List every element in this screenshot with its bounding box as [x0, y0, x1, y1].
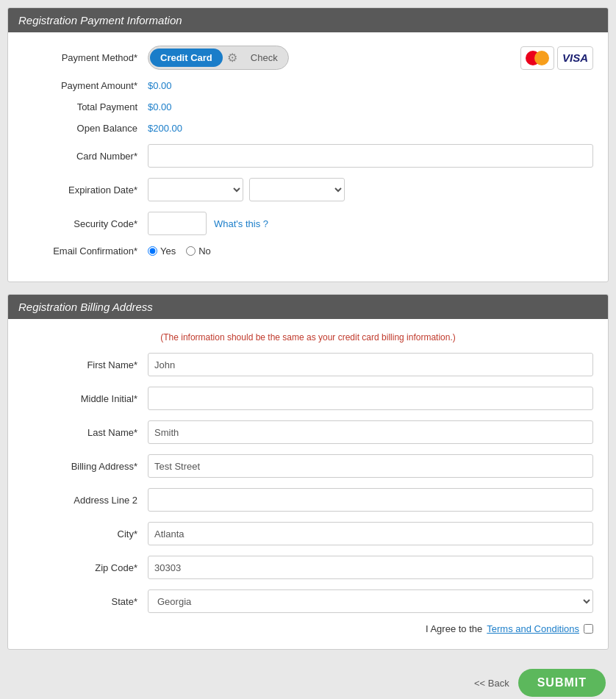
first-name-label: First Name* [23, 359, 148, 370]
payment-amount-value: $0.00 [148, 80, 172, 91]
gear-icon: ⚙ [223, 48, 242, 68]
footer-row: << Back SUBMIT [7, 662, 609, 699]
security-code-input[interactable] [148, 212, 207, 235]
first-name-input[interactable] [148, 353, 593, 376]
state-select[interactable]: Alabama Alaska Arizona Arkansas Californ… [148, 589, 593, 613]
terms-text: I Agree to the [426, 623, 482, 634]
card-number-row: Card Number* [23, 144, 593, 168]
payment-amount-label: Payment Amount* [23, 80, 148, 91]
state-control: Alabama Alaska Arizona Arkansas Californ… [148, 589, 593, 613]
open-balance-control: $200.00 [148, 123, 593, 134]
payment-method-label: Payment Method* [23, 52, 148, 63]
billing-address-input[interactable] [148, 454, 593, 478]
middle-initial-row: Middle Initial* [23, 387, 593, 410]
card-number-input[interactable] [148, 144, 593, 168]
city-control [148, 522, 593, 545]
expiry-year-select[interactable]: 2024 2025 2026 2027 2028 2029 2030 [249, 178, 345, 201]
middle-initial-control [148, 387, 593, 410]
payment-method-control: Credit Card ⚙ Check VISA [148, 46, 593, 70]
email-no-label[interactable]: No [186, 245, 211, 257]
terms-checkbox[interactable] [584, 624, 593, 634]
expiry-control: 01 02 03 04 05 06 07 08 09 10 11 12 [148, 178, 593, 201]
card-logos: VISA [520, 46, 593, 70]
expiry-month-select[interactable]: 01 02 03 04 05 06 07 08 09 10 11 12 [148, 178, 243, 201]
state-row: State* Alabama Alaska Arizona Arkansas C… [23, 589, 593, 613]
check-button[interactable]: Check [242, 49, 287, 67]
expiry-selects: 01 02 03 04 05 06 07 08 09 10 11 12 [148, 178, 593, 201]
state-label: State* [23, 596, 148, 607]
payment-section-header: Registration Payment Information [8, 8, 608, 32]
payment-amount-row: Payment Amount* $0.00 [23, 80, 593, 91]
payment-section: Registration Payment Information Payment… [7, 7, 609, 282]
billing-section-body: (The information should be the same as y… [8, 319, 608, 649]
first-name-row: First Name* [23, 353, 593, 376]
open-balance-value: $200.00 [148, 123, 182, 134]
billing-section-header: Registration Billing Address [8, 295, 608, 319]
total-payment-value: $0.00 [148, 101, 172, 112]
terms-link[interactable]: Terms and Conditions [487, 623, 579, 634]
last-name-input[interactable] [148, 420, 593, 444]
billing-address-row: Billing Address* [23, 454, 593, 478]
city-label: City* [23, 528, 148, 540]
email-confirmation-control: Yes No [148, 245, 593, 257]
payment-amount-control: $0.00 [148, 80, 593, 91]
total-payment-label: Total Payment [23, 101, 148, 112]
submit-button[interactable]: SUBMIT [518, 669, 606, 697]
billing-section-title: Registration Billing Address [18, 301, 153, 313]
city-input[interactable] [148, 522, 593, 545]
billing-address-label: Billing Address* [23, 461, 148, 472]
zip-code-label: Zip Code* [23, 562, 148, 573]
expiry-row: Expiration Date* 01 02 03 04 05 06 07 08… [23, 178, 593, 201]
open-balance-label: Open Balance [23, 123, 148, 134]
back-button[interactable]: << Back [474, 678, 509, 689]
first-name-control [148, 353, 593, 376]
middle-initial-input[interactable] [148, 387, 593, 410]
credit-card-button[interactable]: Credit Card [150, 49, 223, 67]
open-balance-row: Open Balance $200.00 [23, 123, 593, 134]
payment-method-row: Payment Method* Credit Card ⚙ Check VISA [23, 46, 593, 70]
email-no-radio[interactable] [186, 246, 196, 256]
card-number-label: Card Number* [23, 151, 148, 162]
mastercard-orange-circle [534, 51, 549, 65]
expiry-label: Expiration Date* [23, 184, 148, 196]
email-confirmation-row: Email Confirmation* Yes No [23, 245, 593, 257]
billing-address-control [148, 454, 593, 478]
security-code-label: Security Code* [23, 218, 148, 229]
total-payment-control: $0.00 [148, 101, 593, 112]
email-yes-text: Yes [160, 245, 176, 257]
middle-initial-label: Middle Initial* [23, 393, 148, 404]
visa-logo: VISA [557, 46, 593, 70]
card-number-control [148, 144, 593, 168]
last-name-label: Last Name* [23, 427, 148, 438]
email-yes-label[interactable]: Yes [148, 245, 176, 257]
email-radio-group: Yes No [148, 245, 593, 257]
email-no-text: No [198, 245, 211, 257]
zip-code-input[interactable] [148, 556, 593, 579]
security-row-inner: What's this ? [148, 212, 593, 235]
payment-section-body: Payment Method* Credit Card ⚙ Check VISA [8, 32, 608, 282]
billing-notice: (The information should be the same as y… [23, 332, 593, 343]
mastercard-circles [526, 51, 549, 65]
whats-this-link[interactable]: What's this ? [214, 218, 268, 229]
email-confirmation-label: Email Confirmation* [23, 245, 148, 257]
security-code-row: Security Code* What's this ? [23, 212, 593, 235]
address-line2-control [148, 488, 593, 512]
total-payment-row: Total Payment $0.00 [23, 101, 593, 112]
terms-row: I Agree to the Terms and Conditions [23, 623, 593, 634]
security-code-control: What's this ? [148, 212, 593, 235]
billing-section: Registration Billing Address (The inform… [7, 294, 609, 650]
city-row: City* [23, 522, 593, 545]
last-name-control [148, 420, 593, 444]
email-yes-radio[interactable] [148, 246, 157, 256]
address-line2-row: Address Line 2 [23, 488, 593, 512]
address-line2-input[interactable] [148, 488, 593, 512]
payment-toggle: Credit Card ⚙ Check [148, 46, 289, 70]
payment-section-title: Registration Payment Information [18, 14, 182, 26]
zip-code-row: Zip Code* [23, 556, 593, 579]
last-name-row: Last Name* [23, 420, 593, 444]
address-line2-label: Address Line 2 [23, 495, 148, 506]
mastercard-logo [520, 46, 554, 70]
zip-code-control [148, 556, 593, 579]
